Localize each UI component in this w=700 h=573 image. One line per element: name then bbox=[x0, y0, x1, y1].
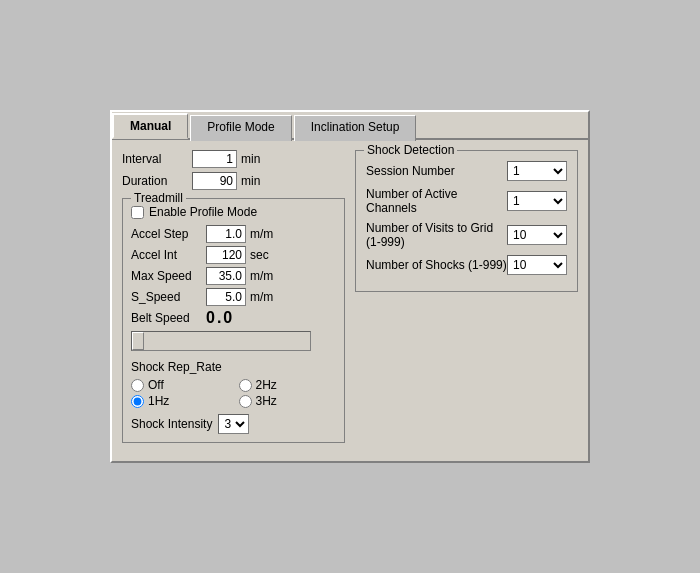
visits-to-grid-row: Number of Visits to Grid (1-999) 10 20 5… bbox=[366, 221, 567, 249]
shock-detection-label: Shock Detection bbox=[364, 143, 457, 157]
accel-step-input[interactable] bbox=[206, 225, 246, 243]
interval-duration-group: Interval min Duration min bbox=[122, 150, 345, 190]
enable-profile-checkbox[interactable] bbox=[131, 206, 144, 219]
shock-rep-rate-grid: Off 2Hz 1Hz 3Hz bbox=[131, 378, 336, 408]
treadmill-group: Treadmill Enable Profile Mode Accel Step… bbox=[122, 198, 345, 443]
accel-step-unit: m/m bbox=[250, 227, 273, 241]
max-speed-row: Max Speed m/m bbox=[131, 267, 336, 285]
radio-1hz-label: 1Hz bbox=[148, 394, 169, 408]
belt-speed-slider[interactable] bbox=[131, 331, 311, 351]
accel-step-row: Accel Step m/m bbox=[131, 225, 336, 243]
radio-1hz-input[interactable] bbox=[131, 395, 144, 408]
left-panel: Interval min Duration min Treadmill Enab… bbox=[122, 150, 345, 451]
belt-speed-row: Belt Speed 0.0 bbox=[131, 309, 336, 327]
tab-bar: Manual Profile Mode Inclination Setup bbox=[112, 112, 588, 140]
active-channels-row: Number of Active Channels 1 2 3 bbox=[366, 187, 567, 215]
accel-int-row: Accel Int sec bbox=[131, 246, 336, 264]
max-speed-label: Max Speed bbox=[131, 269, 206, 283]
shock-rep-rate-label: Shock Rep_Rate bbox=[131, 360, 336, 374]
shock-intensity-label: Shock Intensity bbox=[131, 417, 212, 431]
slider-container bbox=[131, 331, 336, 354]
belt-speed-value: 0.0 bbox=[206, 309, 234, 327]
shock-intensity-select[interactable]: 1 2 3 4 5 bbox=[218, 414, 249, 434]
s-speed-unit: m/m bbox=[250, 290, 273, 304]
shock-intensity-row: Shock Intensity 1 2 3 4 5 bbox=[131, 414, 336, 434]
session-number-row: Session Number 1 2 3 bbox=[366, 161, 567, 181]
tab-manual[interactable]: Manual bbox=[112, 113, 188, 139]
radio-3hz-label: 3Hz bbox=[256, 394, 277, 408]
accel-step-label: Accel Step bbox=[131, 227, 206, 241]
visits-to-grid-label: Number of Visits to Grid (1-999) bbox=[366, 221, 507, 249]
num-shocks-select[interactable]: 10 20 50 bbox=[507, 255, 567, 275]
max-speed-unit: m/m bbox=[250, 269, 273, 283]
duration-row: Duration min bbox=[122, 172, 345, 190]
session-number-label: Session Number bbox=[366, 164, 507, 178]
radio-3hz-input[interactable] bbox=[239, 395, 252, 408]
radio-off-label: Off bbox=[148, 378, 164, 392]
active-channels-label: Number of Active Channels bbox=[366, 187, 507, 215]
tab-inclination-setup[interactable]: Inclination Setup bbox=[294, 115, 417, 141]
tab-profile-mode[interactable]: Profile Mode bbox=[190, 115, 291, 141]
enable-profile-row: Enable Profile Mode bbox=[131, 205, 336, 219]
radio-1hz[interactable]: 1Hz bbox=[131, 394, 229, 408]
shock-detection-group: Shock Detection Session Number 1 2 3 Num… bbox=[355, 150, 578, 292]
max-speed-input[interactable] bbox=[206, 267, 246, 285]
interval-input[interactable] bbox=[192, 150, 237, 168]
num-shocks-label: Number of Shocks (1-999) bbox=[366, 258, 507, 272]
interval-unit: min bbox=[241, 152, 260, 166]
num-shocks-row: Number of Shocks (1-999) 10 20 50 bbox=[366, 255, 567, 275]
radio-2hz-input[interactable] bbox=[239, 379, 252, 392]
s-speed-row: S_Speed m/m bbox=[131, 288, 336, 306]
s-speed-label: S_Speed bbox=[131, 290, 206, 304]
main-content: Interval min Duration min Treadmill Enab… bbox=[112, 140, 588, 461]
duration-unit: min bbox=[241, 174, 260, 188]
radio-2hz[interactable]: 2Hz bbox=[239, 378, 337, 392]
radio-2hz-label: 2Hz bbox=[256, 378, 277, 392]
belt-speed-label: Belt Speed bbox=[131, 311, 206, 325]
interval-label: Interval bbox=[122, 152, 192, 166]
duration-label: Duration bbox=[122, 174, 192, 188]
radio-off[interactable]: Off bbox=[131, 378, 229, 392]
interval-row: Interval min bbox=[122, 150, 345, 168]
radio-3hz[interactable]: 3Hz bbox=[239, 394, 337, 408]
accel-int-unit: sec bbox=[250, 248, 269, 262]
visits-to-grid-select[interactable]: 10 20 50 bbox=[507, 225, 567, 245]
session-number-select[interactable]: 1 2 3 bbox=[507, 161, 567, 181]
s-speed-input[interactable] bbox=[206, 288, 246, 306]
accel-int-label: Accel Int bbox=[131, 248, 206, 262]
enable-profile-label: Enable Profile Mode bbox=[149, 205, 257, 219]
treadmill-group-label: Treadmill bbox=[131, 191, 186, 205]
duration-input[interactable] bbox=[192, 172, 237, 190]
right-panel: Shock Detection Session Number 1 2 3 Num… bbox=[355, 150, 578, 451]
active-channels-select[interactable]: 1 2 3 bbox=[507, 191, 567, 211]
main-window: Manual Profile Mode Inclination Setup In… bbox=[110, 110, 590, 463]
accel-int-input[interactable] bbox=[206, 246, 246, 264]
radio-off-input[interactable] bbox=[131, 379, 144, 392]
